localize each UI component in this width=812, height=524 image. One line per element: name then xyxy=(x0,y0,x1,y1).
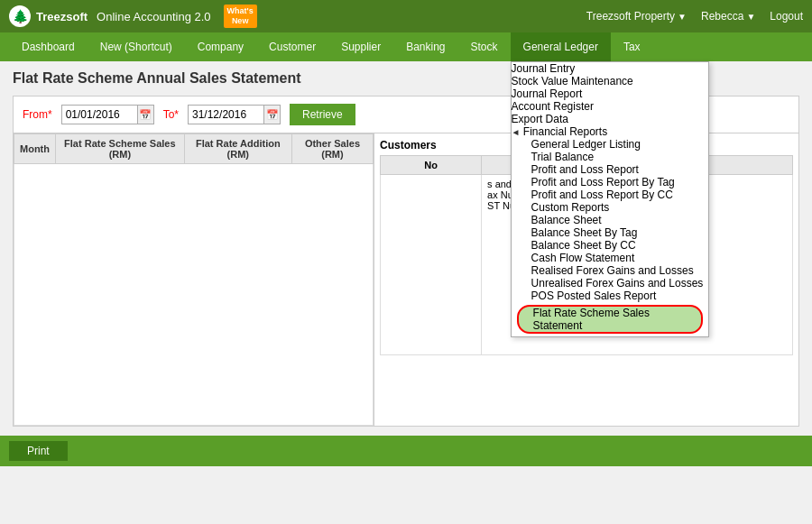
data-table: Month Flat Rate Scheme Sales (RM) Flat R… xyxy=(14,133,374,426)
user-section: Treezsoft Property ▼ Rebecca ▼ Logout xyxy=(586,10,803,23)
menu-gl-listing[interactable]: General Ledger Listing xyxy=(512,138,708,151)
company-name: Treezsoft Property xyxy=(586,10,675,23)
menu-pl-report[interactable]: Profit and Loss Report xyxy=(512,163,708,176)
nav-tax[interactable]: Tax xyxy=(611,32,653,61)
menu-balance-sheet-cc[interactable]: Balance Sheet By CC xyxy=(512,239,708,252)
menu-flat-rate-wrapper: Flat Rate Scheme Sales Statement xyxy=(512,302,708,336)
to-calendar-icon[interactable]: 📅 xyxy=(264,105,281,124)
table-area: Month Flat Rate Scheme Sales (RM) Flat R… xyxy=(14,133,374,426)
menu-realised-forex[interactable]: Realised Forex Gains and Losses xyxy=(512,264,708,277)
logo-icon: 🌲 xyxy=(9,5,31,27)
brand-name: Treezsoft xyxy=(36,10,88,23)
from-input-group: 📅 xyxy=(61,105,154,124)
user-dropdown-arrow: ▼ xyxy=(746,12,755,22)
user-company[interactable]: Treezsoft Property ▼ xyxy=(586,10,687,23)
nav-customer[interactable]: Customer xyxy=(256,32,328,61)
nav-bar: Dashboard New (Shortcut) Company Custome… xyxy=(0,32,812,61)
general-ledger-dropdown: Journal Entry Stock Value Maintenance Jo… xyxy=(511,61,709,337)
from-label: From* xyxy=(23,108,52,121)
nav-banking[interactable]: Banking xyxy=(393,32,457,61)
company-dropdown-arrow: ▼ xyxy=(678,12,687,22)
from-required: From* xyxy=(23,108,52,121)
financial-reports-label: Financial Reports xyxy=(523,125,607,138)
triangle-icon: ◄ xyxy=(512,127,521,137)
retrieve-button[interactable]: Retrieve xyxy=(290,104,355,125)
menu-financial-reports-header: ◄ Financial Reports xyxy=(512,125,708,138)
menu-pl-tag[interactable]: Profit and Loss Report By Tag xyxy=(512,176,708,188)
to-required: To* xyxy=(163,108,179,121)
logo-tree-icon: 🌲 xyxy=(13,9,28,23)
from-calendar-icon[interactable]: 📅 xyxy=(138,105,154,124)
nav-general-ledger[interactable]: General Ledger xyxy=(511,32,611,61)
nav-stock[interactable]: Stock xyxy=(458,32,511,61)
menu-pl-cc[interactable]: Profit and Loss Report By CC xyxy=(512,188,708,201)
print-button[interactable]: Print xyxy=(9,441,68,461)
menu-stock-value[interactable]: Stock Value Maintenance xyxy=(512,75,708,87)
col-other-sales: Other Sales (RM) xyxy=(291,134,373,164)
col-no: No xyxy=(381,156,482,175)
menu-trial-balance[interactable]: Trial Balance xyxy=(512,151,708,163)
nav-new-label: New (Shortcut) xyxy=(100,41,172,53)
logout-button[interactable]: Logout xyxy=(770,10,803,23)
top-header: 🌲 Treezsoft Online Accounting 2.0 What's… xyxy=(0,0,812,32)
bottom-bar: Print xyxy=(0,436,812,466)
col-flat-rate-addition: Flat Rate Addition (RM) xyxy=(184,134,291,164)
logo-section: 🌲 Treezsoft Online Accounting 2.0 What's… xyxy=(9,5,257,28)
app-name: Online Accounting 2.0 xyxy=(97,10,210,23)
to-date-input[interactable] xyxy=(188,105,264,124)
table-body xyxy=(14,164,374,426)
nav-supplier[interactable]: Supplier xyxy=(328,32,393,61)
to-label: To* xyxy=(163,108,179,121)
menu-balance-sheet[interactable]: Balance Sheet xyxy=(512,214,708,226)
menu-unrealised-forex[interactable]: Unrealised Forex Gains and Losses xyxy=(512,277,708,290)
menu-flat-rate[interactable]: Flat Rate Scheme Sales Statement xyxy=(517,305,703,334)
menu-journal-report[interactable]: Journal Report xyxy=(512,87,708,100)
menu-cash-flow[interactable]: Cash Flow Statement xyxy=(512,252,708,264)
menu-journal-entry[interactable]: Journal Entry xyxy=(512,62,708,75)
menu-pos-report[interactable]: POS Posted Sales Report xyxy=(512,290,708,302)
menu-balance-sheet-tag[interactable]: Balance Sheet By Tag xyxy=(512,226,708,239)
from-date-input[interactable] xyxy=(61,105,138,124)
to-input-group: 📅 xyxy=(188,105,281,124)
nav-general-ledger-container: General Ledger Journal Entry Stock Value… xyxy=(511,32,611,61)
user-name[interactable]: Rebecca ▼ xyxy=(701,10,755,23)
nav-new[interactable]: New (Shortcut) xyxy=(88,32,185,61)
col-month: Month xyxy=(14,134,56,164)
username-label: Rebecca xyxy=(701,10,743,23)
menu-export-data[interactable]: Export Data xyxy=(512,113,708,125)
menu-custom-reports[interactable]: Custom Reports xyxy=(512,201,708,214)
sticky-note: What's New xyxy=(224,5,257,28)
col-flat-rate-sales: Flat Rate Scheme Sales (RM) xyxy=(55,134,184,164)
nav-company[interactable]: Company xyxy=(185,32,256,61)
nav-dashboard[interactable]: Dashboard xyxy=(9,32,88,61)
menu-account-register[interactable]: Account Register xyxy=(512,100,708,113)
